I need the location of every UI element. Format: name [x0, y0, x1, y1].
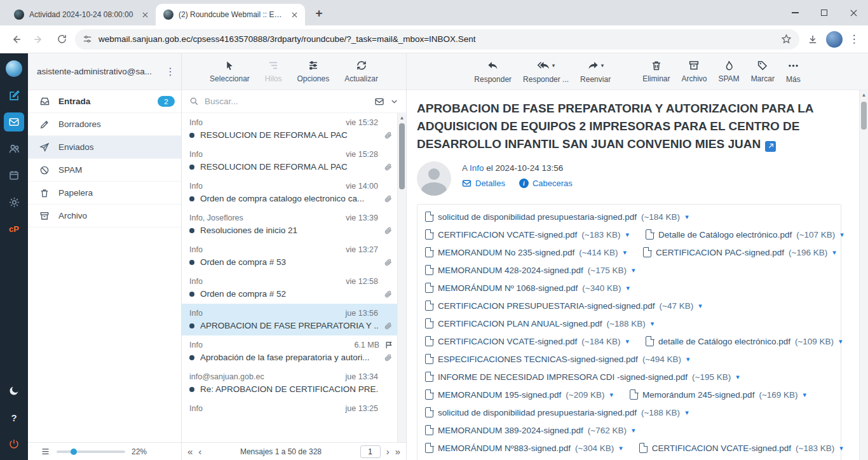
attachment-menu-caret-icon[interactable]: ▾ — [685, 409, 689, 417]
threads-button[interactable]: Hilos — [265, 60, 282, 83]
tab-actividad[interactable]: Actividad 2024-10-24 08:00:00 — [6, 4, 156, 25]
message-row[interactable]: Infojue 13:25 — [182, 399, 406, 418]
message-row[interactable]: Info6.1 MB Aprobación de la fase prepara… — [182, 335, 406, 367]
scroll-up-icon[interactable]: ▲ — [860, 90, 868, 99]
folder-borradores[interactable]: Borradores — [28, 113, 181, 136]
attachment-name[interactable]: MEMORANDUM 428-2024-signed.pdf — [438, 266, 583, 275]
unread-dot-icon[interactable] — [189, 165, 194, 170]
omnibox[interactable]: webmail.sanjuan.gob.ec/cpsess4163570888/… — [75, 29, 799, 50]
mail-scrollbar-thumb[interactable] — [861, 102, 867, 130]
flag-icon[interactable] — [384, 341, 393, 349]
attachment-item[interactable]: MEMORANDUM 195-signed.pdf(~209 KB)▾ — [425, 389, 613, 400]
settings-gear-icon[interactable] — [4, 193, 24, 212]
attachment-item[interactable]: solicitud de disponibilidad presupuestar… — [425, 212, 689, 222]
message-row[interactable]: Info, Josefloresvie 13:39 Resoluciones d… — [182, 208, 406, 240]
unread-dot-icon[interactable] — [189, 292, 194, 297]
maximize-button[interactable] — [810, 0, 839, 25]
attachment-menu-caret-icon[interactable]: ▾ — [651, 320, 654, 328]
attachment-item[interactable]: MEMORANDUM 428-2024-signed.pdf(~175 KB)▾ — [425, 265, 635, 275]
back-icon[interactable] — [6, 30, 25, 49]
attachment-item[interactable]: solicitud de disponibilidad presupuestar… — [425, 407, 689, 417]
cpanel-logo[interactable]: cP — [4, 219, 24, 238]
message-row[interactable]: Infovie 15:32 RESOLUCION DE REFORMA AL P… — [182, 113, 406, 145]
new-tab-button[interactable]: + — [310, 4, 328, 22]
folder-enviados[interactable]: Enviados — [28, 136, 181, 159]
attachment-item[interactable]: MEMORANDUM 389-2024-signed.pdf(~762 KB)▾ — [425, 425, 635, 435]
attachment-menu-caret-icon[interactable]: ▾ — [803, 391, 807, 399]
headers-link[interactable]: i Cabeceras — [519, 179, 573, 188]
tab-close-icon[interactable] — [140, 10, 151, 20]
downloads-icon[interactable] — [803, 30, 822, 49]
attachment-name[interactable]: Memorándum 245-signed.pdf — [642, 390, 754, 400]
attachment-name[interactable]: CERTIFICACION PRESUPUESTARIA-signed-sign… — [438, 301, 655, 311]
select-button[interactable]: Seleccionar — [210, 60, 250, 83]
attachment-name[interactable]: Detalle de Catálogo electrónico.pdf — [658, 230, 792, 240]
attachment-name[interactable]: INFORME DE NECESIDAD IMPRESORA CDI -sign… — [438, 372, 688, 382]
options-button[interactable]: Opciones — [297, 60, 329, 83]
list-scrollbar-thumb[interactable] — [399, 123, 405, 189]
attachment-menu-caret-icon[interactable]: ▾ — [625, 337, 629, 346]
search-options-chevron-icon[interactable] — [390, 97, 398, 105]
profile-avatar[interactable] — [826, 31, 843, 48]
message-row-selected[interactable]: Infojue 13:56 APROBACION DE FASE PREPARA… — [182, 304, 406, 335]
attachment-menu-caret-icon[interactable]: ▾ — [623, 248, 627, 257]
attachment-menu-caret-icon[interactable]: ▾ — [632, 426, 635, 435]
folder-papelera[interactable]: Papelera — [28, 182, 181, 205]
bookmark-star-icon[interactable] — [781, 34, 792, 44]
forward-caret-icon[interactable]: ▾ — [601, 62, 604, 69]
reply-all-button[interactable]: ▾ Responder ... — [523, 60, 569, 84]
attachment-item[interactable]: MEMORÁNDUM Nº883-signed.pdf(~304 KB)▾ — [425, 443, 623, 453]
attachment-name[interactable]: CERTIFICACION VCATE-signed.pdf — [438, 337, 577, 346]
zoom-slider[interactable] — [57, 450, 125, 453]
compose-icon[interactable] — [4, 86, 24, 105]
attachment-name[interactable]: solicitud de disponibilidad presupuestar… — [438, 408, 637, 417]
reload-icon[interactable] — [52, 30, 71, 49]
attachment-menu-caret-icon[interactable]: ▾ — [625, 231, 629, 239]
attachment-name[interactable]: CERTIFICACION PLAN ANUAL-signed.pdf — [438, 319, 602, 328]
contacts-icon[interactable] — [4, 139, 24, 158]
mark-button[interactable]: Marcar — [751, 60, 775, 83]
account-menu-icon[interactable]: ⋮ — [165, 65, 176, 78]
url-text[interactable]: webmail.sanjuan.gob.ec/cpsess4163570888/… — [98, 34, 775, 44]
unread-dot-icon[interactable] — [189, 196, 194, 201]
more-button[interactable]: Más — [786, 60, 801, 84]
minimize-button[interactable] — [780, 0, 810, 25]
forward-button[interactable]: ▾ Reenviar — [580, 60, 611, 84]
list-scrollbar[interactable]: ▲ — [397, 113, 406, 442]
attachment-item[interactable]: INFORME DE NECESIDAD IMPRESORA CDI -sign… — [425, 372, 740, 382]
attachment-menu-caret-icon[interactable]: ▾ — [698, 302, 702, 310]
delete-button[interactable]: Eliminar — [642, 60, 670, 83]
attachment-name[interactable]: MEMORANDUM No 235-signed.pdf — [438, 248, 574, 257]
logout-power-icon[interactable] — [4, 435, 24, 454]
forward-icon[interactable] — [29, 30, 48, 49]
unread-dot-icon[interactable] — [189, 228, 194, 233]
calendar-icon[interactable] — [4, 166, 24, 185]
attachment-item[interactable]: detalle de Catálogo electrónico.pdf(~109… — [646, 336, 843, 346]
attachment-menu-caret-icon[interactable]: ▾ — [686, 355, 690, 363]
attachment-item[interactable]: MEMORÁNDUM Nº 1068-signed.pdf(~340 KB)▾ — [425, 283, 630, 293]
junk-button[interactable]: SPAM — [719, 60, 740, 83]
search-input[interactable] — [205, 97, 369, 106]
attachment-menu-caret-icon[interactable]: ▾ — [610, 391, 614, 399]
site-settings-icon[interactable] — [83, 34, 92, 44]
message-row[interactable]: Infovie 12:58 Orden de compra # 52 — [182, 272, 406, 304]
refresh-button[interactable]: Actualizar — [344, 60, 378, 83]
page-number-input[interactable] — [360, 445, 381, 458]
attachment-item[interactable]: Memorándum 245-signed.pdf(~169 KB)▾ — [630, 389, 806, 400]
attachment-item[interactable]: CERTIFICACION VCATE-signed.pdf(~184 KB)▾ — [425, 336, 629, 346]
tab-close-icon[interactable] — [289, 10, 300, 20]
attachment-menu-caret-icon[interactable]: ▾ — [736, 373, 740, 381]
attachment-item[interactable]: CERTIFICACION VCATE-signed.pdf(~183 KB)▾ — [639, 443, 843, 453]
unread-dot-icon[interactable] — [189, 387, 194, 392]
first-page-button[interactable]: « — [187, 447, 193, 456]
message-row[interactable]: Infovie 15:28 RESOLUCION DE REFORMA AL P… — [182, 145, 406, 177]
dark-mode-moon-icon[interactable] — [4, 381, 24, 400]
attachment-name[interactable]: CERTIFICACION PAC-signed.pdf — [656, 248, 784, 257]
attachment-name[interactable]: MEMORÁNDUM Nº 1068-signed.pdf — [438, 283, 578, 293]
recipient-link[interactable]: Info — [470, 163, 484, 173]
mail-icon[interactable] — [4, 112, 24, 132]
open-in-new-window-icon[interactable] — [765, 141, 776, 152]
attachment-menu-caret-icon[interactable]: ▾ — [685, 213, 689, 221]
reply-button[interactable]: Responder — [474, 60, 512, 84]
scroll-up-icon[interactable]: ▲ — [398, 113, 406, 122]
